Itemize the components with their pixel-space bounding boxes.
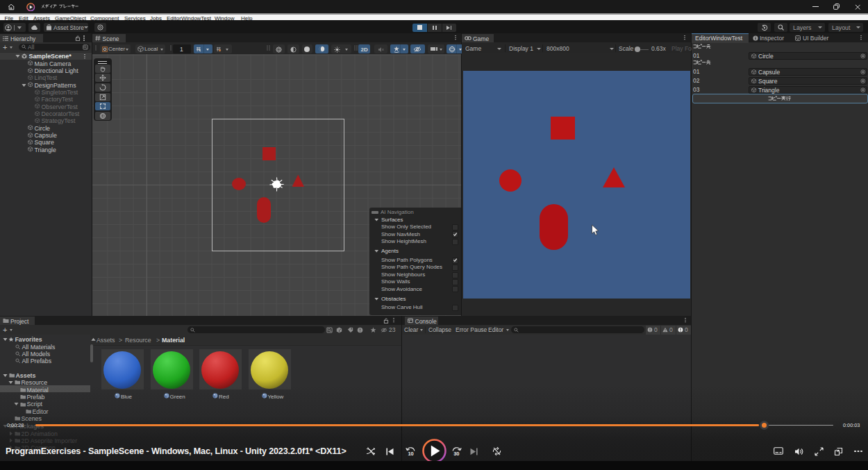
svg-text:30: 30 xyxy=(453,451,459,457)
svg-text:10: 10 xyxy=(408,451,413,457)
